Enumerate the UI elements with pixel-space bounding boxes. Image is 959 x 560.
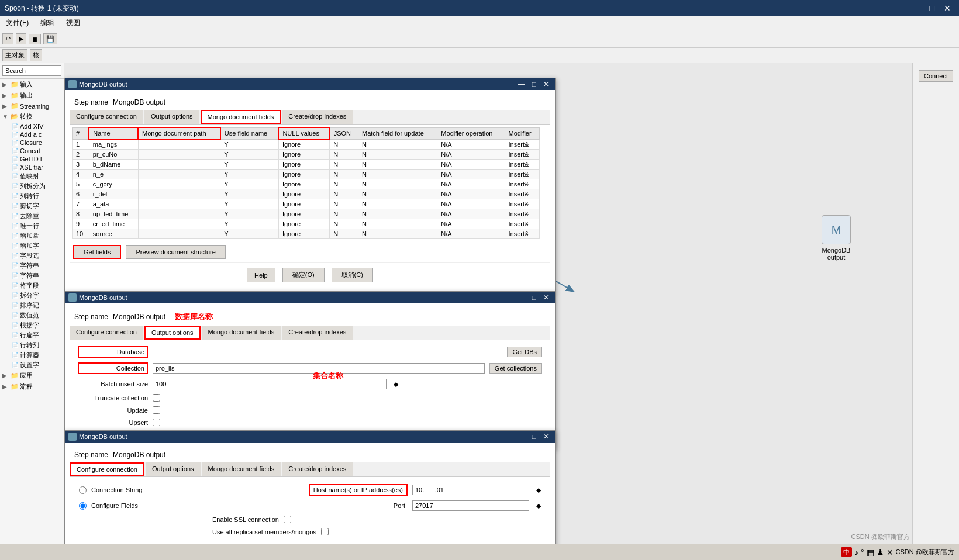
tab-output-3[interactable]: Output options xyxy=(146,462,201,476)
toolbar-btn-2[interactable]: ▶ xyxy=(16,33,26,44)
leaf-col2[interactable]: 📄 列转行 xyxy=(9,191,64,201)
table-row[interactable]: 9 cr_ed_time Y Ignore N N N/A Insert& xyxy=(73,219,540,229)
leaf-field[interactable]: 📄 字段选 xyxy=(9,251,64,261)
dialog-2-minimize[interactable]: — xyxy=(516,293,527,302)
connect-btn[interactable]: Connect xyxy=(919,70,953,82)
sidebar-item-output[interactable]: ▶ 📁 输出 xyxy=(0,90,64,101)
maximize-btn[interactable]: □ xyxy=(926,2,938,14)
menu-edit[interactable]: 编辑 xyxy=(37,17,58,29)
sidebar-item-flow[interactable]: ▶ 📁 流程 xyxy=(0,381,64,392)
leaf-xsl[interactable]: 📄 XSL trar xyxy=(9,163,64,171)
toolbar-btn-1[interactable]: ↩ xyxy=(2,33,13,44)
get-fields-btn[interactable]: Get fields xyxy=(73,245,121,259)
tab-create-drop-1[interactable]: Create/drop indexes xyxy=(282,110,353,124)
leaf-row1[interactable]: 📄 行扁平 xyxy=(9,330,64,340)
ok-btn-1[interactable]: 确定(O) xyxy=(282,268,325,282)
leaf-add2[interactable]: 📄 增加字 xyxy=(9,241,64,251)
sidebar-item-input[interactable]: ▶ 📁 输入 xyxy=(0,79,64,90)
sidebar-item-app[interactable]: ▶ 📁 应用 xyxy=(0,370,64,381)
cell-match: N xyxy=(358,150,437,160)
leaf-num[interactable]: 📄 数值范 xyxy=(9,310,64,320)
help-btn-1[interactable]: Help xyxy=(247,268,275,282)
tab-configure-3[interactable]: Configure connection xyxy=(70,462,144,476)
search-input[interactable] xyxy=(2,65,61,76)
cell-json: N xyxy=(330,219,358,229)
dialog-2-close[interactable]: ✕ xyxy=(541,293,551,302)
toolbar-btn-4[interactable]: 💾 xyxy=(43,33,57,44)
cancel-btn-1[interactable]: 取消(C) xyxy=(332,268,373,282)
update-checkbox[interactable] xyxy=(153,406,160,414)
check-btn[interactable]: 核 xyxy=(30,49,42,61)
leaf-set[interactable]: 📄 设置字 xyxy=(9,360,64,370)
dialog-3-minimize[interactable]: — xyxy=(516,433,527,441)
leaf-col1[interactable]: 📄 列拆分为 xyxy=(9,181,64,191)
menu-file[interactable]: 文件(F) xyxy=(2,17,32,29)
table-row[interactable]: 1 ma_ings Y Ignore N N N/A Insert& xyxy=(73,139,540,150)
leaf-sort[interactable]: 📄 排序记 xyxy=(9,300,64,310)
leaf-add1[interactable]: 📄 增加常 xyxy=(9,231,64,241)
leaf-field2[interactable]: 📄 将字段 xyxy=(9,281,64,291)
leaf-dedup[interactable]: 📄 去除重 xyxy=(9,211,64,221)
leaf-cut[interactable]: 📄 剪切字 xyxy=(9,201,64,211)
tab-fields-3[interactable]: Mongo document fields xyxy=(202,462,281,476)
replica-checkbox[interactable] xyxy=(321,528,329,535)
leaf-unique[interactable]: 📄 唯一行 xyxy=(9,221,64,231)
table-row[interactable]: 8 up_ted_time Y Ignore N N N/A Insert& xyxy=(73,209,540,219)
dialog-1-minimize[interactable]: — xyxy=(516,80,527,88)
dialog-2-maximize[interactable]: □ xyxy=(530,293,539,302)
leaf-str1[interactable]: 📄 字符串 xyxy=(9,261,64,271)
leaf-concat[interactable]: 📄 Concat xyxy=(9,147,64,155)
main-object-btn[interactable]: 主对象 xyxy=(2,49,27,61)
leaf-addxiv[interactable]: 📄 Add XIV xyxy=(9,122,64,130)
ssl-checkbox[interactable] xyxy=(284,516,291,523)
table-row[interactable]: 3 b_dName Y Ignore N N N/A Insert& xyxy=(73,160,540,170)
preview-btn[interactable]: Preview document structure xyxy=(126,245,225,259)
tab-output-2[interactable]: Output options xyxy=(144,326,201,340)
sidebar-item-transform[interactable]: ▼ 📂 转换 xyxy=(0,111,64,122)
conn-string-radio[interactable] xyxy=(79,486,87,494)
minimize-btn[interactable]: — xyxy=(909,2,924,14)
mongodb-node[interactable]: M MongoDB output xyxy=(813,215,860,261)
leaf-calc[interactable]: 📄 计算器 xyxy=(9,350,64,360)
tab-create-2[interactable]: Create/drop indexes xyxy=(282,326,353,340)
upsert-checkbox[interactable] xyxy=(153,419,160,426)
leaf-split[interactable]: 📄 拆分字 xyxy=(9,291,64,300)
configure-fields-radio[interactable] xyxy=(79,502,87,510)
port-input[interactable] xyxy=(412,500,529,511)
leaf-str2[interactable]: 📄 字符串 xyxy=(9,271,64,281)
tab-configure-connection-1[interactable]: Configure connection xyxy=(70,110,143,124)
get-dbs-btn[interactable]: Get DBs xyxy=(507,347,542,357)
database-input[interactable] xyxy=(153,347,502,357)
tab-create-3[interactable]: Create/drop indexes xyxy=(282,462,353,476)
table-row[interactable]: 6 r_del Y Ignore N N N/A Insert& xyxy=(73,189,540,199)
truncate-checkbox[interactable] xyxy=(153,394,160,402)
dialog-1-close[interactable]: ✕ xyxy=(541,80,551,88)
table-row[interactable]: 10 source Y Ignore N N N/A Insert& xyxy=(73,229,540,239)
table-row[interactable]: 7 a_ata Y Ignore N N N/A Insert& xyxy=(73,199,540,209)
dialog-3-close[interactable]: ✕ xyxy=(541,433,551,441)
close-btn[interactable]: ✕ xyxy=(940,2,954,14)
cell-null: Ignore xyxy=(278,170,329,179)
table-row[interactable]: 2 pr_cuNo Y Ignore N N N/A Insert& xyxy=(73,150,540,160)
host-input[interactable] xyxy=(412,485,529,495)
leaf-val[interactable]: 📄 值映射 xyxy=(9,171,64,181)
tab-output-options-1[interactable]: Output options xyxy=(144,110,199,124)
leaf-row2[interactable]: 📄 行转列 xyxy=(9,340,64,350)
dialog-1-maximize[interactable]: □ xyxy=(530,80,539,88)
icon-zh[interactable]: 中 xyxy=(841,547,852,557)
toolbar-btn-3[interactable]: ⏹ xyxy=(29,34,41,44)
dialog-3-maximize[interactable]: □ xyxy=(530,433,539,441)
tab-mongo-fields-1[interactable]: Mongo document fields xyxy=(201,110,281,124)
sidebar-item-streaming[interactable]: ▶ 📁 Streaming xyxy=(0,101,64,111)
table-row[interactable]: 5 c_gory Y Ignore N N N/A Insert& xyxy=(73,179,540,189)
tab-configure-2[interactable]: Configure connection xyxy=(70,326,143,340)
leaf-root[interactable]: 📄 根据字 xyxy=(9,320,64,330)
leaf-getid[interactable]: 📄 Get ID f xyxy=(9,155,64,163)
menu-view[interactable]: 视图 xyxy=(63,17,84,29)
tab-fields-2[interactable]: Mongo document fields xyxy=(202,326,281,340)
table-row[interactable]: 4 n_e Y Ignore N N N/A Insert& xyxy=(73,170,540,179)
batch-input[interactable] xyxy=(153,379,387,389)
leaf-adda[interactable]: 📄 Add a c xyxy=(9,130,64,139)
get-collections-btn[interactable]: Get collections xyxy=(489,363,542,374)
leaf-closure[interactable]: 📄 Closure xyxy=(9,139,64,147)
